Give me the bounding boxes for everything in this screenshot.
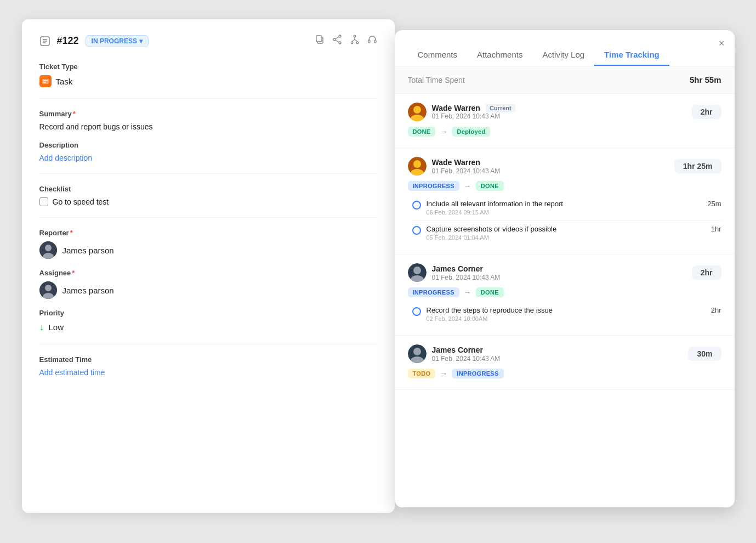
svg-point-38	[413, 348, 421, 355]
svg-line-9	[336, 37, 339, 39]
entry-3-arrow: →	[464, 288, 471, 297]
entry-1-current-badge: Current	[486, 104, 515, 112]
add-estimated-time-link[interactable]: Add estimated time	[39, 368, 377, 377]
svg-point-7	[333, 38, 336, 41]
time-entry-3: James Corner 01 Feb, 2024 10:43 AM 2hr I…	[395, 254, 735, 336]
entry-4-from-status: TODO	[408, 369, 436, 378]
sub-item-3-1-icon	[412, 307, 421, 316]
tab-time-tracking[interactable]: Time Tracking	[594, 44, 669, 66]
sub-item-2-2-content: Capture screenshots or videos if possibl…	[427, 225, 706, 241]
headphone-icon[interactable]	[367, 35, 377, 47]
entry-3-transition: INPROGRESS → DONE	[408, 287, 721, 297]
ticket-header: #122 IN PROGRESS ▾	[39, 35, 377, 47]
svg-point-29	[413, 106, 421, 114]
sub-item-2-1: Include all relevant information in the …	[412, 195, 721, 220]
assignee-avatar	[39, 281, 57, 299]
entry-4-to-status: INPROGRESS	[452, 369, 503, 378]
fork-icon[interactable]	[350, 35, 360, 47]
entry-2-name: Wade Warren	[432, 158, 480, 167]
assignee-name: James parson	[62, 286, 114, 295]
entry-3-header: James Corner 01 Feb, 2024 10:43 AM 2hr	[408, 263, 721, 282]
entry-3-avatar	[408, 263, 427, 282]
status-badge[interactable]: IN PROGRESS ▾	[86, 35, 149, 47]
copy-icon[interactable]	[315, 35, 325, 47]
divider-4	[39, 344, 377, 344]
sub-item-3-1: Record the steps to reproduce the issue …	[412, 302, 721, 326]
entry-1-from-status: DONE	[408, 127, 436, 137]
sub-item-2-2-time: 1hr	[711, 225, 721, 233]
entry-3-info: James Corner 01 Feb, 2024 10:43 AM	[432, 264, 501, 281]
ticket-number: #122	[57, 35, 79, 47]
total-time-row: Total Time Spent 5hr 55m	[395, 66, 735, 94]
svg-point-11	[354, 35, 356, 37]
entry-3-date: 01 Feb, 2024 10:43 AM	[432, 274, 501, 281]
entry-1-header: Wade Warren Current 01 Feb, 2024 10:43 A…	[408, 103, 721, 121]
entry-4-date: 01 Feb, 2024 10:43 AM	[432, 355, 501, 363]
add-description-link[interactable]: Add description	[39, 154, 377, 162]
entry-4-transition: TODO → INPROGRESS	[408, 369, 721, 378]
close-button[interactable]: ×	[719, 38, 725, 49]
sub-item-2-2-date: 05 Feb, 2024 01:04 AM	[427, 234, 706, 241]
svg-point-6	[339, 35, 341, 37]
svg-rect-19	[42, 79, 49, 84]
entry-3-time: 2hr	[692, 265, 721, 280]
tab-activity-log[interactable]: Activity Log	[532, 44, 594, 66]
summary-required: *	[73, 110, 76, 118]
entry-4-avatar	[408, 344, 427, 363]
status-caret: ▾	[139, 37, 143, 45]
tab-attachments[interactable]: Attachments	[467, 44, 532, 66]
assignee-label: Assignee*	[39, 269, 377, 277]
sub-item-2-1-title: Include all relevant information in the …	[427, 200, 702, 208]
svg-point-35	[413, 267, 421, 274]
priority-arrow-icon: ↓	[39, 321, 44, 333]
sub-item-3-1-date: 02 Feb, 2024 10:00AM	[427, 315, 706, 322]
priority-label: Priority	[39, 309, 377, 317]
sub-item-2-1-date: 06 Feb, 2024 09:15 AM	[427, 209, 702, 216]
sub-item-2-1-time: 25m	[707, 200, 721, 208]
svg-point-32	[413, 160, 421, 168]
tab-comments[interactable]: Comments	[408, 44, 468, 66]
reporter-row: James parson	[39, 241, 377, 259]
svg-point-12	[351, 42, 353, 44]
svg-rect-17	[368, 40, 370, 43]
entry-3-to-status: DONE	[476, 287, 504, 297]
entry-1-arrow: →	[440, 127, 447, 136]
svg-rect-5	[316, 36, 322, 42]
checklist-checkbox[interactable]	[39, 197, 48, 206]
entry-2-info: Wade Warren 01 Feb, 2024 10:43 AM	[432, 157, 501, 175]
task-icon	[39, 75, 52, 87]
reporter-name: James parson	[62, 246, 114, 255]
entry-3-from-status: INPROGRESS	[408, 287, 459, 297]
entry-2-avatar	[408, 157, 427, 176]
checklist-label: Checklist	[39, 185, 377, 193]
assignee-required: *	[72, 269, 75, 277]
assignee-section: Assignee* James parson	[39, 269, 377, 299]
entry-4-time: 30m	[688, 347, 721, 361]
time-entry-2: Wade Warren 01 Feb, 2024 10:43 AM 1hr 25…	[395, 148, 735, 254]
ticket-icon	[39, 36, 50, 47]
time-entry-4: James Corner 01 Feb, 2024 10:43 AM 30m T…	[395, 336, 735, 390]
status-label: IN PROGRESS	[92, 37, 137, 45]
sub-item-2-1-icon	[412, 201, 421, 210]
checklist-item-text: Go to speed test	[53, 197, 109, 206]
summary-text: Record and report bugs or issues	[39, 122, 377, 131]
entry-2-time: 1hr 25m	[674, 159, 721, 173]
ticket-type-section: Ticket Type Task	[39, 63, 377, 87]
sub-item-2-2: Capture screenshots or videos if possibl…	[412, 220, 721, 245]
entry-3-name: James Corner	[432, 264, 483, 273]
assignee-row: James parson	[39, 281, 377, 299]
checklist-section: Checklist Go to speed test	[39, 185, 377, 206]
sub-item-2-2-title: Capture screenshots or videos if possibl…	[427, 225, 706, 233]
share-icon[interactable]	[332, 35, 342, 47]
estimated-time-section: Estimated Time Add estimated time	[39, 355, 377, 377]
svg-point-8	[339, 42, 341, 44]
time-entries-list: Wade Warren Current 01 Feb, 2024 10:43 A…	[395, 94, 735, 507]
entry-1-info: Wade Warren Current 01 Feb, 2024 10:43 A…	[432, 104, 515, 120]
entry-1-avatar	[408, 103, 427, 121]
sub-item-3-1-time: 2hr	[711, 306, 721, 314]
entry-1-transition: DONE → Deployed	[408, 127, 721, 137]
checklist-item: Go to speed test	[39, 197, 377, 206]
priority-section: Priority ↓ Low	[39, 309, 377, 333]
priority-row: ↓ Low	[39, 321, 377, 333]
entry-1-time: 2hr	[692, 105, 721, 119]
